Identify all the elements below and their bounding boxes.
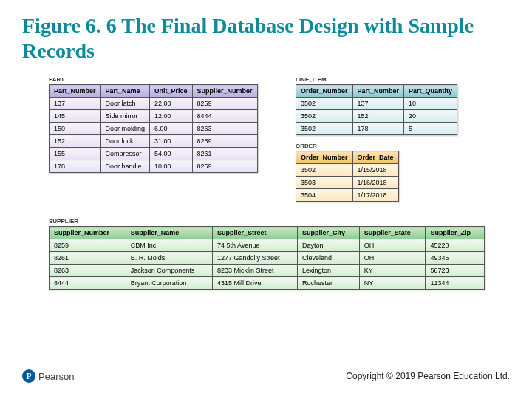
supplier-h4: Supplier_State xyxy=(359,227,426,239)
supplier-table-block: SUPPLIER Supplier_Number Supplier_Name S… xyxy=(49,218,485,290)
supplier-h0: Supplier_Number xyxy=(50,227,126,239)
table-row: 137Door latch22.008259 xyxy=(50,98,258,110)
lineitem-table: Order_Number Part_Number Part_Quantity 3… xyxy=(296,84,457,135)
tables-area: PART Part_Number Part_Name Unit_Price Su… xyxy=(0,63,532,76)
footer: P Pearson Copyright © 2019 Pearson Educa… xyxy=(0,369,532,383)
table-row: 8444Bryant Corporation4315 Mill DriveRoc… xyxy=(50,277,485,290)
order-h1: Order_Date xyxy=(352,151,398,164)
table-row: 178Door handle10.008259 xyxy=(50,160,258,173)
order-label: ORDER xyxy=(296,143,443,149)
lineitem-h1: Part_Number xyxy=(352,85,404,98)
lineitem-h2: Part_Quantity xyxy=(404,85,457,98)
lineitem-h0: Order_Number xyxy=(296,85,353,98)
pearson-logo-text: Pearson xyxy=(38,371,74,382)
supplier-h1: Supplier_Name xyxy=(126,227,212,239)
table-row: 35031/16/2018 xyxy=(296,177,399,189)
supplier-label: SUPPLIER xyxy=(49,218,485,225)
part-table: Part_Number Part_Name Unit_Price Supplie… xyxy=(49,84,258,173)
table-row: 35021785 xyxy=(296,123,457,135)
table-row: 350215220 xyxy=(296,110,457,123)
order-table: Order_Number Order_Date 35021/15/2018 35… xyxy=(296,151,399,202)
lineitem-table-block: LINE_ITEM Order_Number Part_Number Part_… xyxy=(296,76,480,135)
copyright-text: Copyright © 2019 Pearson Education Ltd. xyxy=(346,371,510,381)
supplier-h3: Supplier_City xyxy=(298,227,360,239)
table-row: 150Door molding6.008263 xyxy=(50,123,258,135)
supplier-table: Supplier_Number Supplier_Name Supplier_S… xyxy=(49,226,485,290)
figure-title: Figure 6. 6 The Final Database Design wi… xyxy=(0,0,532,63)
table-row: 8263Jackson Components8233 Micklin Stree… xyxy=(50,265,485,277)
supplier-h2: Supplier_Street xyxy=(213,227,298,239)
pearson-logo: P Pearson xyxy=(22,369,74,383)
part-h1: Part_Name xyxy=(100,85,150,98)
supplier-h5: Supplier_Zip xyxy=(426,227,485,239)
table-row: 155Compressor54.008261 xyxy=(50,148,258,160)
table-row: 350213710 xyxy=(296,98,457,110)
order-h0: Order_Number xyxy=(296,151,353,164)
table-row: 35041/17/2018 xyxy=(296,189,399,202)
part-table-block: PART Part_Number Part_Name Unit_Price Su… xyxy=(49,76,270,173)
order-table-block: ORDER Order_Number Order_Date 35021/15/2… xyxy=(296,143,443,202)
table-row: 8261B. R. Molds1277 Gandolly StreetCleve… xyxy=(50,252,485,265)
part-label: PART xyxy=(49,76,270,83)
part-h2: Unit_Price xyxy=(150,85,193,98)
table-row: 152Door lock31.008259 xyxy=(50,135,258,148)
table-row: 8259CBM Inc.74 5th AvenueDaytonOH45220 xyxy=(50,239,485,252)
table-row: 145Side mirror12.008444 xyxy=(50,110,258,123)
pearson-logo-icon: P xyxy=(22,369,35,383)
lineitem-label: LINE_ITEM xyxy=(296,76,480,83)
part-h0: Part_Number xyxy=(50,85,101,98)
part-h3: Supplier_Number xyxy=(192,85,257,98)
table-row: 35021/15/2018 xyxy=(296,164,399,177)
